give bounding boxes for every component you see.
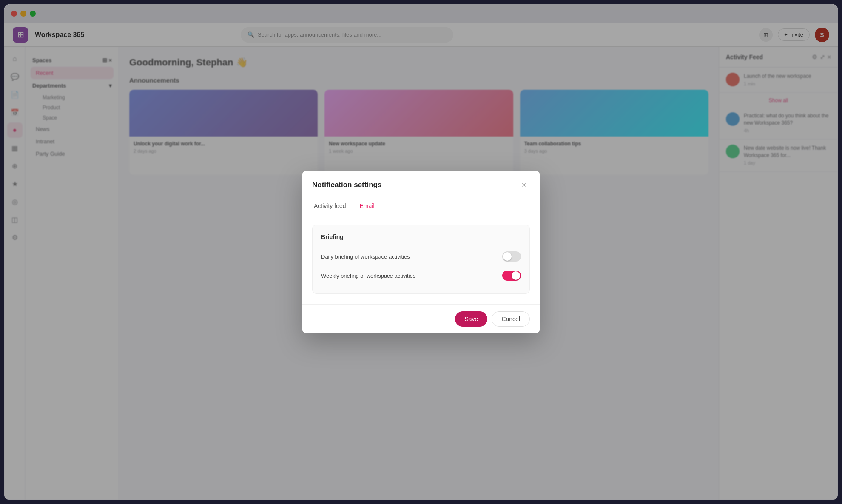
daily-toggle-slider [502, 251, 521, 262]
weekly-toggle-slider [502, 271, 521, 281]
notification-settings-modal: Notification settings × Activity feed Em… [302, 171, 540, 333]
tab-email[interactable]: Email [358, 198, 376, 214]
daily-toggle[interactable] [502, 251, 521, 262]
weekly-toggle[interactable] [502, 271, 521, 281]
briefing-title: Briefing [321, 233, 521, 240]
modal-close-button[interactable]: × [518, 179, 530, 191]
briefing-daily-label: Daily briefing of workspace activities [321, 253, 410, 260]
app-window: ⊞ Workspace 365 🔍 Search for apps, annou… [4, 4, 838, 500]
briefing-daily-row: Daily briefing of workspace activities [321, 247, 521, 266]
modal-tabs: Activity feed Email [302, 198, 540, 214]
modal-footer: Save Cancel [302, 304, 540, 333]
daily-toggle-knob [503, 252, 512, 261]
modal-body: Briefing Daily briefing of workspace act… [302, 214, 540, 304]
briefing-section: Briefing Daily briefing of workspace act… [312, 225, 530, 294]
cancel-button[interactable]: Cancel [492, 311, 530, 327]
briefing-weekly-row: Weekly briefing of workspace activities [321, 266, 521, 285]
modal-backdrop[interactable]: Notification settings × Activity feed Em… [4, 4, 838, 500]
modal-title: Notification settings [312, 181, 381, 189]
weekly-toggle-knob [512, 271, 520, 280]
modal-header: Notification settings × [302, 171, 540, 191]
tab-activity-feed[interactable]: Activity feed [312, 198, 347, 214]
save-button[interactable]: Save [455, 311, 487, 327]
briefing-weekly-label: Weekly briefing of workspace activities [321, 273, 415, 279]
